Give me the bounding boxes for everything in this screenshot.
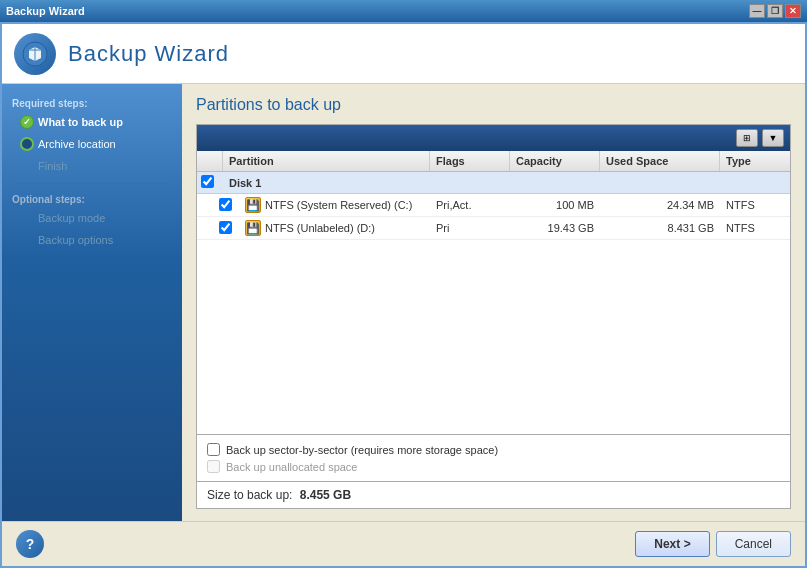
- size-value: 8.455 GB: [300, 488, 351, 502]
- partition-checkbox-cell: [213, 195, 239, 216]
- sidebar-item-label: Backup options: [38, 234, 113, 246]
- col-checkbox: [197, 151, 223, 171]
- partition-type: NTFS: [720, 219, 790, 237]
- sidebar-item-label: Finish: [38, 160, 67, 172]
- sidebar-item-label: Backup mode: [38, 212, 105, 224]
- sector-by-sector-row: Back up sector-by-sector (requires more …: [207, 441, 780, 458]
- unallocated-checkbox[interactable]: [207, 460, 220, 473]
- cancel-button[interactable]: Cancel: [716, 531, 791, 557]
- sidebar-item-archive-location[interactable]: Archive location: [2, 133, 182, 155]
- sector-by-sector-checkbox[interactable]: [207, 443, 220, 456]
- partition-capacity: 100 MB: [510, 196, 600, 214]
- close-button[interactable]: ✕: [785, 4, 801, 18]
- empty-dot-3: [20, 233, 34, 247]
- col-partition: Partition: [223, 151, 430, 171]
- help-button[interactable]: ?: [16, 530, 44, 558]
- disk-checkbox-cell: [197, 172, 223, 193]
- titlebar-controls: — ❐ ✕: [749, 4, 801, 18]
- empty-dot: [20, 159, 34, 173]
- content-area: Partitions to back up ⊞ ▼ Partition Flag…: [182, 84, 805, 521]
- step-dot-icon: [20, 137, 34, 151]
- partition-name-cell: 💾NTFS (System Reserved) (C:): [239, 194, 430, 216]
- unallocated-row: Back up unallocated space: [207, 458, 780, 475]
- sidebar-item-backup-options[interactable]: Backup options: [2, 229, 182, 251]
- partition-checkbox[interactable]: [219, 198, 232, 211]
- sidebar-item-what-to-back-up[interactable]: ✓ What to back up: [2, 111, 182, 133]
- disk-checkbox[interactable]: [201, 175, 214, 188]
- optional-steps-label: Optional steps:: [2, 190, 182, 207]
- sidebar-item-backup-mode[interactable]: Backup mode: [2, 207, 182, 229]
- partition-checkbox-cell: [213, 218, 239, 239]
- empty-dot-2: [20, 211, 34, 225]
- partition-used-space: 24.34 MB: [600, 196, 720, 214]
- partition-checkbox[interactable]: [219, 221, 232, 234]
- table-header: Partition Flags Capacity Used Space Type: [197, 151, 790, 172]
- col-capacity: Capacity: [510, 151, 600, 171]
- drive-icon: 💾: [245, 220, 261, 236]
- size-area: Size to back up: 8.455 GB: [196, 482, 791, 509]
- sidebar-item-label: Archive location: [38, 138, 116, 150]
- partition-rows-container: 💾NTFS (System Reserved) (C:)Pri,Act.100 …: [197, 194, 790, 240]
- minimize-button[interactable]: —: [749, 4, 765, 18]
- unallocated-label: Back up unallocated space: [226, 461, 357, 473]
- table-row: 💾NTFS (System Reserved) (C:)Pri,Act.100 …: [197, 194, 790, 217]
- partition-flags: Pri: [430, 219, 510, 237]
- partition-type: NTFS: [720, 196, 790, 214]
- check-icon: ✓: [20, 115, 34, 129]
- titlebar-title: Backup Wizard: [6, 5, 749, 17]
- col-used-space: Used Space: [600, 151, 720, 171]
- restore-button[interactable]: ❐: [767, 4, 783, 18]
- body: Required steps: ✓ What to back up Archiv…: [2, 84, 805, 521]
- app-icon: [14, 33, 56, 75]
- header: Backup Wizard: [2, 24, 805, 84]
- table-toolbar: ⊞ ▼: [197, 125, 790, 151]
- partition-name-cell: 💾NTFS (Unlabeled) (D:): [239, 217, 430, 239]
- table-row: 💾NTFS (Unlabeled) (D:)Pri19.43 GB8.431 G…: [197, 217, 790, 240]
- col-type: Type: [720, 151, 790, 171]
- grid-view-button[interactable]: ⊞: [736, 129, 758, 147]
- next-button[interactable]: Next >: [635, 531, 709, 557]
- sector-by-sector-label: Back up sector-by-sector (requires more …: [226, 444, 498, 456]
- sidebar-item-label: What to back up: [38, 116, 123, 128]
- partition-name: NTFS (Unlabeled) (D:): [265, 222, 375, 234]
- page-title: Partitions to back up: [196, 96, 791, 114]
- size-label: Size to back up:: [207, 488, 292, 502]
- main-window: Backup Wizard Required steps: ✓ What to …: [0, 22, 807, 568]
- drive-icon: 💾: [245, 197, 261, 213]
- partition-name: NTFS (System Reserved) (C:): [265, 199, 412, 211]
- partition-used-space: 8.431 GB: [600, 219, 720, 237]
- partition-capacity: 19.43 GB: [510, 219, 600, 237]
- disk-label: Disk 1: [223, 174, 790, 192]
- required-steps-label: Required steps:: [2, 94, 182, 111]
- col-flags: Flags: [430, 151, 510, 171]
- sidebar-item-finish[interactable]: Finish: [2, 155, 182, 177]
- partition-flags: Pri,Act.: [430, 196, 510, 214]
- sidebar-divider: [12, 183, 172, 184]
- partition-table-area: ⊞ ▼ Partition Flags Capacity Used Space …: [196, 124, 791, 435]
- titlebar: Backup Wizard — ❐ ✕: [0, 0, 807, 22]
- toolbar-menu-button[interactable]: ▼: [762, 129, 784, 147]
- options-area: Back up sector-by-sector (requires more …: [196, 435, 791, 482]
- footer-left: ?: [16, 530, 629, 558]
- footer: ? Next > Cancel: [2, 521, 805, 566]
- disk-row: Disk 1: [197, 172, 790, 194]
- table-body: Disk 1 💾NTFS (System Reserved) (C:)Pri,A…: [197, 172, 790, 434]
- header-title: Backup Wizard: [68, 41, 229, 67]
- sidebar: Required steps: ✓ What to back up Archiv…: [2, 84, 182, 521]
